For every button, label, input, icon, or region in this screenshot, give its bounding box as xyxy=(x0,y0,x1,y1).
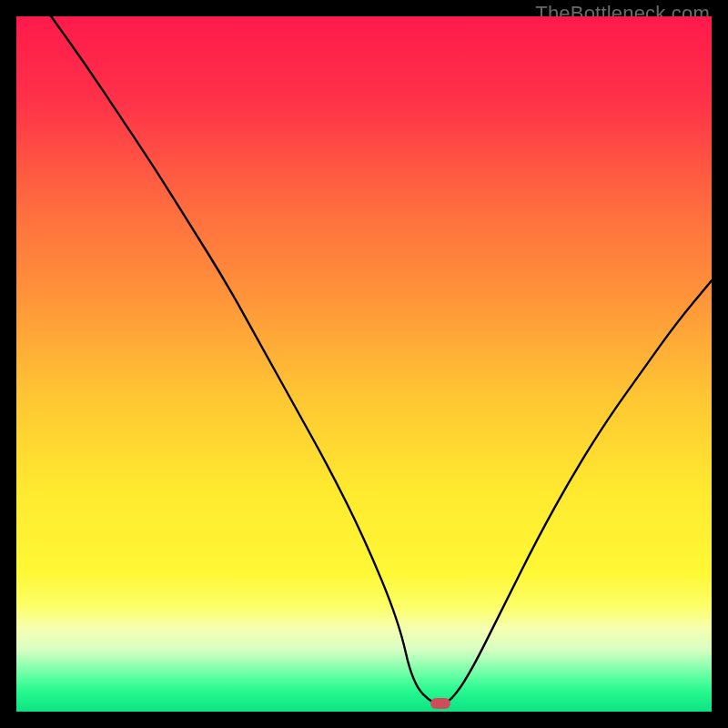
plot-area xyxy=(16,16,712,712)
bottleneck-curve xyxy=(16,16,712,712)
chart-frame: TheBottleneck.com xyxy=(0,0,728,728)
bottleneck-marker xyxy=(430,698,450,709)
